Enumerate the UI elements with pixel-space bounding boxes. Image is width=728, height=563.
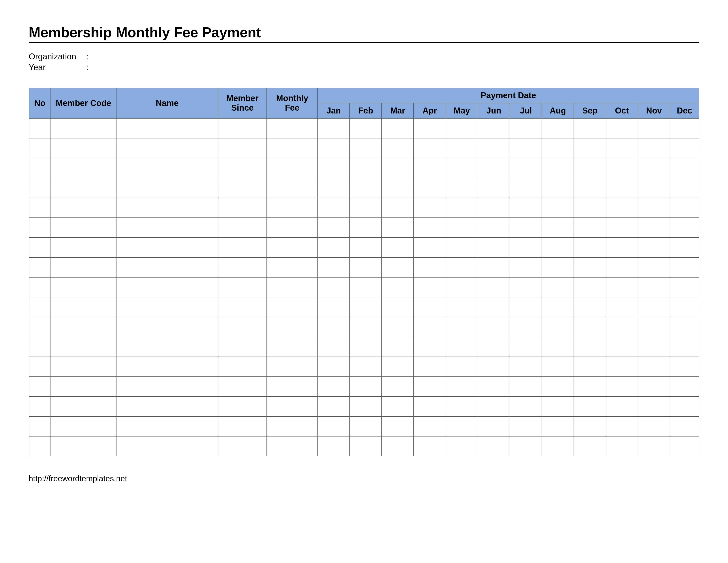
table-cell — [51, 277, 116, 297]
table-cell — [478, 416, 510, 436]
table-cell — [606, 297, 638, 317]
table-cell — [29, 436, 51, 456]
table-cell — [318, 337, 350, 357]
table-cell — [638, 377, 670, 397]
table-cell — [638, 357, 670, 377]
table-cell — [606, 337, 638, 357]
table-cell — [29, 218, 51, 237]
table-cell — [574, 436, 606, 456]
table-cell — [267, 337, 318, 357]
table-cell — [218, 337, 267, 357]
table-cell — [51, 178, 116, 198]
meta-colon: : — [86, 52, 90, 61]
table-cell — [478, 397, 510, 416]
table-row — [29, 178, 699, 198]
table-cell — [29, 317, 51, 337]
table-cell — [478, 436, 510, 456]
header-month-apr: Apr — [414, 103, 446, 118]
table-cell — [414, 357, 446, 377]
table-cell — [670, 138, 699, 158]
table-cell — [267, 138, 318, 158]
table-cell — [318, 198, 350, 218]
table-cell — [382, 337, 414, 357]
table-cell — [542, 397, 574, 416]
table-cell — [267, 178, 318, 198]
table-cell — [542, 118, 574, 138]
table-cell — [29, 118, 51, 138]
table-cell — [51, 138, 116, 158]
meta-year-row: Year : — [29, 63, 699, 72]
table-cell — [638, 218, 670, 237]
table-cell — [638, 416, 670, 436]
table-cell — [414, 416, 446, 436]
table-cell — [478, 218, 510, 237]
table-cell — [29, 397, 51, 416]
header-month-feb: Feb — [350, 103, 382, 118]
table-cell — [670, 158, 699, 178]
table-cell — [414, 178, 446, 198]
table-cell — [318, 277, 350, 297]
table-cell — [318, 138, 350, 158]
table-cell — [267, 416, 318, 436]
table-cell — [350, 198, 382, 218]
table-cell — [478, 178, 510, 198]
table-cell — [318, 377, 350, 397]
table-cell — [638, 138, 670, 158]
header-month-jun: Jun — [478, 103, 510, 118]
table-cell — [267, 257, 318, 277]
table-cell — [670, 416, 699, 436]
table-cell — [350, 337, 382, 357]
table-cell — [51, 436, 116, 456]
table-cell — [638, 297, 670, 317]
table-cell — [218, 357, 267, 377]
table-cell — [414, 277, 446, 297]
table-row — [29, 416, 699, 436]
table-cell — [116, 198, 218, 218]
table-cell — [574, 416, 606, 436]
table-cell — [478, 297, 510, 317]
table-cell — [51, 397, 116, 416]
table-cell — [574, 178, 606, 198]
table-cell — [51, 357, 116, 377]
table-row — [29, 237, 699, 257]
table-cell — [267, 237, 318, 257]
table-row — [29, 158, 699, 178]
table-cell — [51, 257, 116, 277]
table-cell — [446, 138, 478, 158]
table-cell — [446, 198, 478, 218]
table-cell — [510, 277, 542, 297]
table-cell — [574, 317, 606, 337]
table-cell — [29, 237, 51, 257]
table-cell — [606, 178, 638, 198]
table-header: No Member Code Name Member Since Monthly… — [29, 88, 699, 118]
header-month-nov: Nov — [638, 103, 670, 118]
header-month-mar: Mar — [382, 103, 414, 118]
table-cell — [382, 377, 414, 397]
meta-organization-row: Organization : — [29, 52, 699, 61]
table-cell — [542, 436, 574, 456]
table-cell — [382, 416, 414, 436]
table-cell — [446, 277, 478, 297]
table-cell — [350, 257, 382, 277]
table-cell — [414, 257, 446, 277]
table-cell — [116, 237, 218, 257]
table-body — [29, 118, 699, 456]
table-cell — [478, 257, 510, 277]
table-cell — [318, 357, 350, 377]
meta-organization-label: Organization — [29, 52, 86, 61]
table-row — [29, 337, 699, 357]
table-cell — [382, 118, 414, 138]
table-cell — [574, 337, 606, 357]
table-row — [29, 436, 699, 456]
table-cell — [574, 397, 606, 416]
table-cell — [574, 357, 606, 377]
table-cell — [267, 297, 318, 317]
table-cell — [670, 178, 699, 198]
header-member-since: Member Since — [218, 88, 267, 118]
table-cell — [638, 198, 670, 218]
table-row — [29, 277, 699, 297]
table-cell — [350, 397, 382, 416]
header-payment-date: Payment Date — [318, 88, 699, 103]
payment-table: No Member Code Name Member Since Monthly… — [29, 88, 699, 456]
table-cell — [267, 218, 318, 237]
